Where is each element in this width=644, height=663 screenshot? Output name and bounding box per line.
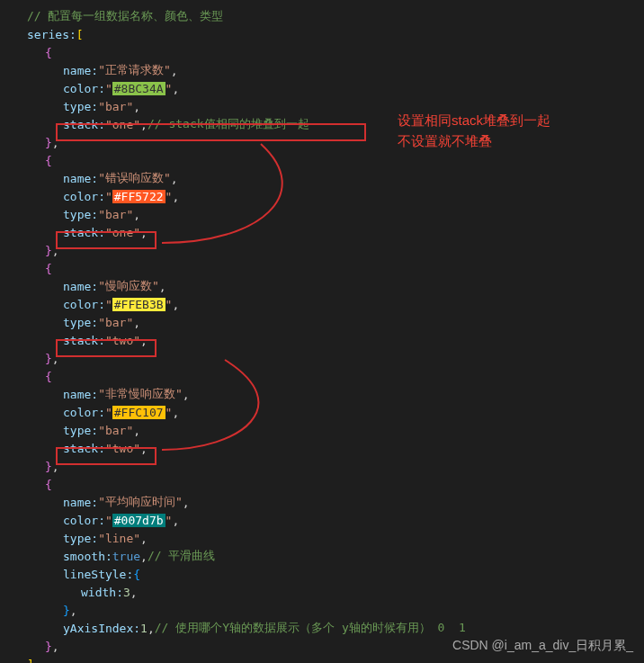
brace-open: {	[0, 259, 644, 277]
color-prop: color: "#FF5722",	[0, 187, 644, 205]
name-prop: name: "错误响应数",	[0, 169, 644, 187]
color-prop: color: "#8BC34A",	[0, 79, 644, 97]
brace-open: {	[0, 43, 644, 61]
brace-open: {	[0, 367, 644, 385]
color-prop: color: "#FFC107",	[0, 403, 644, 421]
code-editor[interactable]: // 配置每一组数据名称、颜色、类型 series: [ { name: "正常…	[0, 7, 644, 663]
name-prop: name: "非常慢响应数",	[0, 385, 644, 403]
color-swatch: #FF5722	[112, 190, 165, 203]
brace-close: },	[0, 349, 644, 367]
color-swatch: #007d7b	[112, 514, 165, 527]
stack-prop: stack: "one",	[0, 223, 644, 241]
color-swatch: #8BC34A	[112, 82, 165, 95]
type-prop: type: "bar",	[0, 205, 644, 223]
name-prop: name: "正常请求数",	[0, 61, 644, 79]
annotation-text: 不设置就不堆叠	[398, 133, 492, 150]
name-prop: name: "慢响应数",	[0, 277, 644, 295]
array-close: ],	[0, 655, 644, 663]
name-prop: name: "平均响应时间",	[0, 493, 644, 511]
brace-close: },	[0, 457, 644, 475]
color-prop: color: "#007d7b",	[0, 511, 644, 529]
width-prop: width: 3,	[0, 583, 644, 601]
series-declaration: series: [	[0, 25, 644, 43]
type-prop: type: "bar",	[0, 421, 644, 439]
brace-open: {	[0, 475, 644, 493]
watermark: CSDN @i_am_a_div_日积月累_	[452, 638, 633, 654]
brace-close: },	[0, 241, 644, 259]
type-prop: type: "bar",	[0, 313, 644, 331]
brace-open: {	[0, 151, 644, 169]
smooth-prop: smooth: true, // 平滑曲线	[0, 547, 644, 565]
yAxisIndex-prop: yAxisIndex: 1, // 使用哪个Y轴的数据展示（多个 y轴的时候有用…	[0, 619, 644, 637]
annotation-text: 设置相同stack堆叠到一起	[398, 112, 550, 130]
comment-line: // 配置每一组数据名称、颜色、类型	[0, 7, 644, 25]
brace-close: },	[0, 133, 644, 151]
stack-prop: stack: "two",	[0, 439, 644, 457]
stack-prop: stack: "two",	[0, 331, 644, 349]
type-prop: type: "line",	[0, 529, 644, 547]
color-prop: color: "#FFEB3B",	[0, 295, 644, 313]
brace-close: },	[0, 601, 644, 619]
lineStyle-prop: lineStyle: {	[0, 565, 644, 583]
color-swatch: #FFC107	[112, 406, 165, 419]
color-swatch: #FFEB3B	[112, 298, 165, 311]
